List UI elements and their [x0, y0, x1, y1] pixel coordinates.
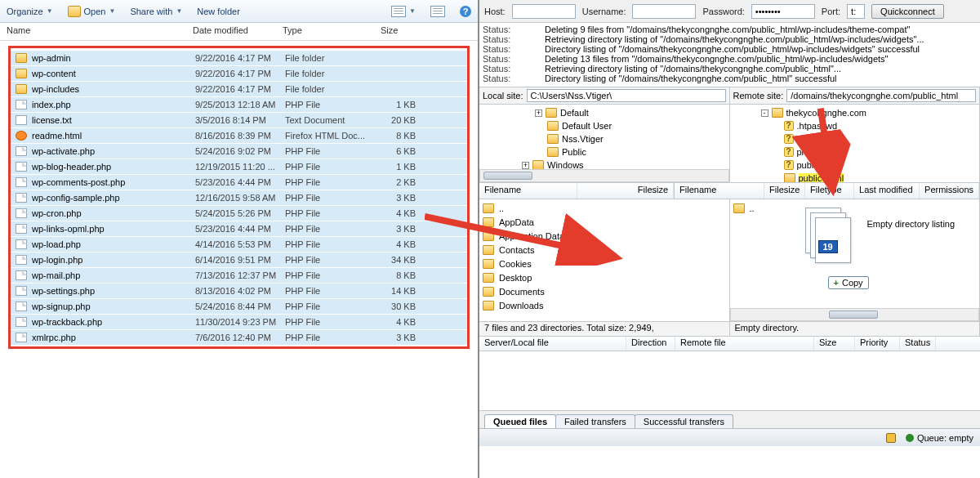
th-status[interactable]: Status: [900, 337, 936, 351]
copy-indicator: +Copy: [828, 276, 869, 289]
folder-icon: [483, 217, 494, 227]
list-item[interactable]: AppData: [483, 215, 726, 229]
th-direction[interactable]: Direction: [626, 337, 675, 351]
file-row[interactable]: wp-blog-header.php12/19/2015 11:20 ...PH…: [11, 159, 467, 174]
list-item[interactable]: Cookies: [483, 257, 726, 270]
list-item[interactable]: ..: [483, 201, 726, 215]
explorer-file-list[interactable]: wp-admin9/22/2016 4:17 PMFile folderwp-c…: [8, 46, 470, 349]
remote-col-filesize[interactable]: Filesize: [764, 183, 805, 199]
local-tree-scrollbar[interactable]: [479, 169, 729, 182]
local-col-filesize[interactable]: Filesize: [577, 183, 674, 199]
list-item[interactable]: Downloads: [483, 298, 726, 312]
remote-col-lastmod[interactable]: Last modified: [854, 183, 920, 199]
file-row[interactable]: wp-activate.php5/24/2016 9:02 PMPHP File…: [11, 143, 467, 159]
expander-icon[interactable]: +: [522, 162, 529, 169]
file-row[interactable]: readme.html8/16/2016 8:39 PMFirefox HTML…: [11, 127, 467, 143]
file-row[interactable]: wp-signup.php5/24/2016 8:44 PMPHP File30…: [11, 298, 467, 314]
file-row[interactable]: wp-trackback.php11/30/2014 9:23 PMPHP Fi…: [11, 314, 467, 329]
remote-col-filename[interactable]: Filename: [675, 183, 764, 199]
file-row[interactable]: wp-settings.php8/13/2016 4:02 PMPHP File…: [11, 283, 467, 298]
file-row[interactable]: wp-content9/22/2016 4:17 PMFile folder: [11, 65, 467, 81]
tree-item[interactable]: +Default: [483, 106, 726, 119]
fold-icon: [16, 53, 27, 63]
folder-icon: [547, 147, 559, 157]
tree-item[interactable]: -thekycongnghe.com: [733, 106, 977, 119]
file-row[interactable]: xmlrpc.php7/6/2016 12:40 PMPHP File3 KB: [11, 329, 467, 345]
th-priority[interactable]: Priority: [855, 337, 900, 351]
remote-site-input[interactable]: [786, 89, 976, 102]
remote-tree[interactable]: -thekycongnghe.com.htpasswdlogsprivate_h…: [730, 105, 981, 182]
txt-icon: [16, 115, 27, 125]
file-row[interactable]: wp-comments-post.php5/23/2016 4:44 PMPHP…: [11, 174, 467, 190]
col-name[interactable]: Name: [0, 23, 186, 40]
quickconnect-button[interactable]: Quickconnect: [871, 4, 944, 19]
th-remotefile[interactable]: Remote file: [675, 337, 814, 351]
local-tree[interactable]: +DefaultDefault UserNss.VtigerPublic+Win…: [479, 105, 730, 182]
remote-col-permissions[interactable]: Permissions: [920, 183, 979, 199]
tree-item[interactable]: public_html: [733, 172, 977, 182]
tree-item[interactable]: .htpasswd: [733, 119, 977, 132]
username-input[interactable]: [632, 4, 696, 19]
remote-scrollbar[interactable]: [730, 308, 980, 321]
host-input[interactable]: [512, 4, 576, 19]
file-row[interactable]: wp-links-opml.php5/23/2016 4:44 PMPHP Fi…: [11, 221, 467, 236]
file-row[interactable]: wp-mail.php7/13/2016 12:37 PMPHP File8 K…: [11, 267, 467, 283]
share-menu[interactable]: Share with▼: [130, 7, 182, 16]
th-serverlocal[interactable]: Server/Local file: [479, 337, 626, 351]
view-menu[interactable]: ▼: [391, 6, 416, 17]
file-row[interactable]: wp-includes9/22/2016 4:17 PMFile folder: [11, 81, 467, 96]
file-row[interactable]: license.txt3/5/2016 8:14 PMText Document…: [11, 112, 467, 127]
file-date: 5/23/2016 4:44 PM: [195, 224, 285, 234]
file-row[interactable]: wp-cron.php5/24/2015 5:26 PMPHP File4 KB: [11, 205, 467, 221]
password-input[interactable]: [751, 4, 815, 19]
explorer-column-headers: Name Date modified Type Size: [0, 23, 478, 41]
file-row[interactable]: wp-admin9/22/2016 4:17 PMFile folder: [11, 50, 467, 65]
local-dir-list[interactable]: ..AppDataApplication DataContactsCookies…: [479, 199, 730, 321]
tree-item[interactable]: public_ftp: [733, 159, 977, 172]
remote-dir-list[interactable]: .. 19 +Copy Empty directory listing: [730, 199, 981, 321]
list-item[interactable]: Application Data: [483, 229, 726, 243]
file-type: Text Document: [285, 115, 383, 125]
tree-item[interactable]: Public: [483, 145, 726, 159]
col-size[interactable]: Size: [374, 23, 439, 40]
password-label: Password:: [702, 7, 744, 16]
remote-col-filetype[interactable]: Filetype: [805, 183, 854, 199]
tab-successful[interactable]: Successful transfers: [635, 414, 733, 428]
file-name: wp-config-sample.php: [32, 193, 120, 203]
transfer-queue-header: Server/Local file Direction Remote file …: [479, 337, 980, 351]
file-row[interactable]: index.php9/25/2013 12:18 AMPHP File1 KB: [11, 96, 467, 112]
tree-item[interactable]: private_html: [733, 145, 977, 159]
file-name: wp-comments-post.php: [32, 177, 125, 187]
col-type[interactable]: Type: [276, 23, 374, 40]
list-item[interactable]: Documents: [483, 284, 726, 298]
th-size[interactable]: Size: [814, 337, 855, 351]
file-row[interactable]: wp-login.php6/14/2016 9:51 PMPHP File34 …: [11, 252, 467, 267]
port-input[interactable]: [847, 4, 865, 19]
file-type: PHP File: [285, 302, 383, 311]
tree-item[interactable]: Nss.Vtiger: [483, 132, 726, 145]
local-site-input[interactable]: [527, 89, 726, 102]
local-col-filename[interactable]: Filename: [479, 183, 577, 199]
status-bar: Queue: empty: [479, 428, 980, 446]
tab-queued[interactable]: Queued files: [484, 414, 556, 428]
file-type: PHP File: [285, 270, 383, 280]
file-row[interactable]: wp-config-sample.php12/16/2015 9:58 AMPH…: [11, 190, 467, 205]
local-site-label: Local site:: [483, 91, 523, 101]
organize-menu[interactable]: Organize▼: [7, 7, 53, 16]
col-date[interactable]: Date modified: [186, 23, 276, 40]
expander-icon[interactable]: +: [535, 109, 542, 117]
file-icon: [16, 317, 27, 327]
list-item[interactable]: Contacts: [483, 243, 726, 257]
tab-failed[interactable]: Failed transfers: [555, 414, 635, 428]
file-name: wp-includes: [32, 84, 79, 94]
list-item[interactable]: Desktop: [483, 270, 726, 284]
expander-icon[interactable]: -: [761, 109, 768, 117]
tree-item[interactable]: Default User: [483, 119, 726, 132]
open-menu[interactable]: Open▼: [68, 6, 116, 17]
tree-item[interactable]: logs: [733, 132, 977, 145]
preview-pane-button[interactable]: [430, 6, 445, 17]
help-icon[interactable]: ?: [460, 6, 471, 17]
new-folder-button[interactable]: New folder: [197, 7, 240, 16]
file-row[interactable]: wp-load.php4/14/2016 5:53 PMPHP File4 KB: [11, 236, 467, 252]
fold-icon: [16, 69, 27, 78]
